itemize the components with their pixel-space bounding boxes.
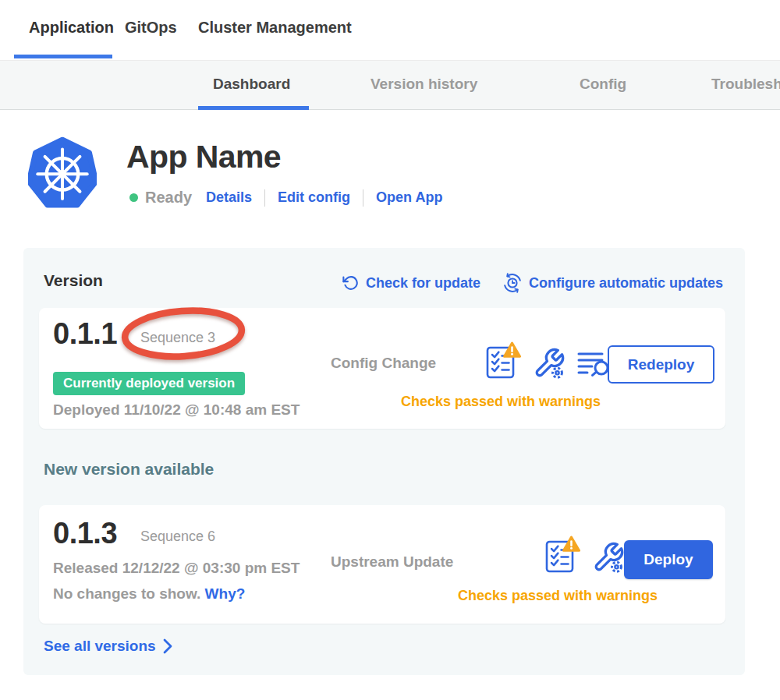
app-status-row: Ready Details Edit config Open App [129, 189, 442, 207]
active-nav-underline [14, 55, 112, 58]
status-ready-dot [129, 193, 138, 202]
tab-version-history[interactable]: Version history [370, 76, 477, 93]
active-tab-underline [198, 106, 309, 110]
check-for-update-link[interactable]: Check for update [342, 274, 480, 292]
released-timestamp: Released 12/12/22 @ 03:30 pm EST [53, 560, 300, 577]
details-link[interactable]: Details [206, 189, 252, 206]
clock-sync-icon [502, 273, 523, 293]
preflight-checks-warning-icon[interactable] [485, 341, 521, 380]
new-version-available-heading: New version available [44, 460, 214, 479]
tab-config[interactable]: Config [580, 76, 626, 93]
version-panel-actions: Check for update Configure automatic upd… [342, 273, 723, 293]
deploy-button[interactable]: Deploy [624, 540, 713, 579]
kubernetes-logo-icon [28, 136, 97, 209]
available-version-check-icons [544, 535, 625, 574]
chevron-right-icon [163, 638, 172, 654]
tab-troubleshoot[interactable]: Troubleshoot [711, 76, 780, 93]
config-wrench-gear-icon[interactable] [592, 541, 625, 574]
status-label: Ready [145, 189, 192, 207]
configure-automatic-updates-label: Configure automatic updates [529, 275, 723, 292]
no-changes-note: No changes to show. Why? [53, 585, 245, 603]
preflight-checks-warning-icon[interactable] [544, 535, 580, 574]
current-version-number: 0.1.1 [53, 317, 117, 351]
checks-status-text: Checks passed with warnings [445, 588, 671, 604]
see-all-versions-label: See all versions [44, 638, 156, 655]
refresh-icon [342, 274, 360, 292]
see-all-versions-link[interactable]: See all versions [44, 638, 172, 655]
available-version-sequence: Sequence 6 [140, 529, 215, 545]
edit-config-link[interactable]: Edit config [278, 189, 350, 206]
version-panel-title: Version [44, 271, 103, 290]
no-changes-text: No changes to show. [53, 585, 200, 602]
divider [264, 189, 265, 207]
nav-item-cluster-management[interactable]: Cluster Management [198, 19, 352, 37]
current-version-sequence: Sequence 3 [140, 330, 215, 346]
app-title: App Name [126, 139, 281, 175]
config-wrench-gear-icon[interactable] [533, 347, 566, 380]
checks-status-text: Checks passed with warnings [384, 394, 618, 410]
available-version-card: 0.1.3 Sequence 6 Released 12/12/22 @ 03:… [39, 505, 725, 624]
version-panel: Version Check for update Configure autom… [23, 248, 745, 675]
top-navigation: Application GitOps Cluster Management [0, 0, 780, 60]
deployed-timestamp: Deployed 11/10/22 @ 10:48 am EST [53, 401, 300, 419]
check-for-update-label: Check for update [366, 275, 480, 292]
currently-deployed-badge: Currently deployed version [53, 372, 245, 395]
version-diff-icon[interactable] [577, 350, 610, 377]
nav-item-application[interactable]: Application [29, 19, 114, 37]
configure-automatic-updates-link[interactable]: Configure automatic updates [502, 273, 723, 293]
redeploy-button[interactable]: Redeploy [608, 345, 714, 384]
current-version-card: 0.1.1 Sequence 3 Currently deployed vers… [39, 308, 725, 429]
why-link[interactable]: Why? [205, 585, 246, 602]
available-version-number: 0.1.3 [53, 517, 117, 550]
open-app-link[interactable]: Open App [376, 189, 442, 206]
nav-item-gitops[interactable]: GitOps [125, 19, 177, 37]
version-source-label: Config Change [331, 355, 436, 372]
divider [363, 189, 363, 207]
tab-dashboard[interactable]: Dashboard [213, 76, 290, 93]
app-sub-navigation: Dashboard Version history Config Trouble… [0, 60, 780, 110]
version-source-label: Upstream Update [331, 553, 453, 571]
current-version-check-icons [485, 341, 610, 380]
